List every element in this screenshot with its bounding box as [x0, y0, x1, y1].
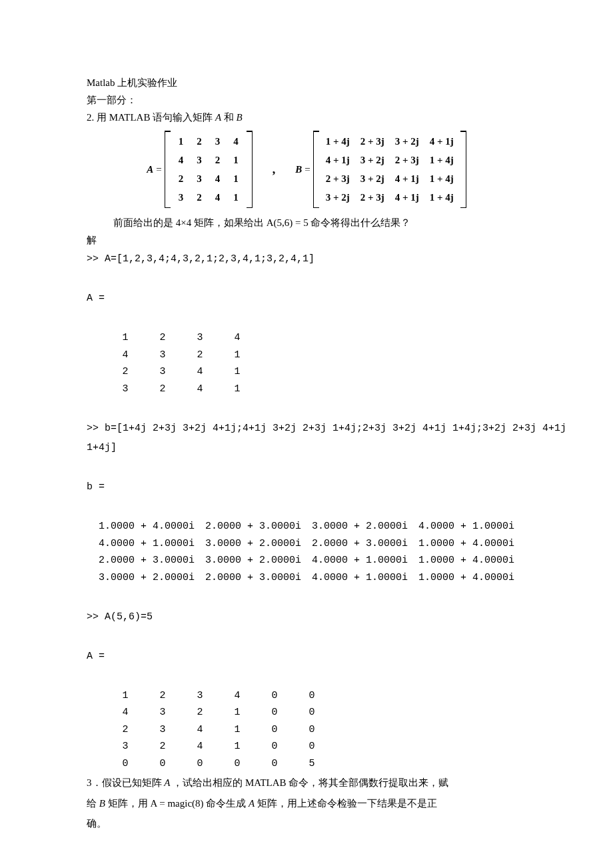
- output-cell: 2: [144, 329, 181, 347]
- output-cell: 1: [219, 704, 256, 721]
- question-2-intro: 2. 用 MATLAB 语句输入矩阵 A 和 B: [87, 109, 526, 125]
- output-cell: 0: [293, 687, 330, 705]
- matrix-A-label: A: [147, 161, 153, 177]
- output-cell: 1: [219, 381, 256, 398]
- output-cell: 2: [107, 721, 144, 739]
- blank-line: [87, 667, 526, 685]
- output-cell: 4: [181, 738, 219, 755]
- output-cell: 1: [219, 363, 256, 381]
- output-cell: 4: [181, 721, 219, 739]
- question-3-line1: 3．假设已知矩阵 A ，试给出相应的 MATLAB 命令，将其全部偶数行提取出来…: [87, 773, 526, 793]
- output-cell: 5: [293, 755, 330, 773]
- matrix-cell: 4 + 1j: [424, 132, 459, 151]
- var-A: A: [215, 112, 221, 123]
- question-2-note: 前面给出的是 4×4 矩阵，如果给出 A(5,6) = 5 命令将得出什么结果？: [87, 215, 526, 231]
- output-cell: 0: [107, 755, 144, 773]
- matrix-cell: 2 + 3j: [355, 188, 390, 207]
- matrix-separator: ,: [273, 160, 276, 179]
- blank-line: [87, 459, 526, 477]
- output-cell: 3: [107, 381, 144, 398]
- output-cell: 3: [181, 329, 219, 347]
- output-cell: 3.0000 + 2.0000i: [312, 518, 418, 535]
- output-cell: 1: [219, 721, 256, 739]
- matrix-B-block: B = 1 + 4j2 + 3j3 + 2j4 + 1j4 + 1j3 + 2j…: [295, 131, 466, 208]
- output-cell: 4.0000 + 1.0000i: [312, 552, 418, 569]
- output-cell: 0: [256, 704, 293, 721]
- output-cell: 3.0000 + 2.0000i: [99, 569, 205, 587]
- q2-text-mid: 和: [221, 112, 237, 123]
- output-cell: 2: [144, 687, 181, 705]
- matrix-cell: 1 + 4j: [424, 188, 459, 207]
- output-cell: 2.0000 + 3.0000i: [205, 569, 312, 587]
- blank-line: [87, 310, 526, 327]
- output-cell: 2.0000 + 3.0000i: [312, 535, 418, 553]
- question-3-line2: 给 B 矩阵，用 A = magic(8) 命令生成 A 矩阵，用上述命令检验一…: [87, 794, 526, 813]
- q3-mid1: ，试给出相应的 MATLAB 命令，将其全部偶数行提取出来，赋: [170, 777, 448, 788]
- matrix-cell: 1: [227, 151, 245, 169]
- matrix-cell: 3: [172, 188, 191, 207]
- blank-line: [87, 589, 526, 606]
- output-cell: 0: [256, 687, 293, 705]
- matrix-definitions: A = 1234432123413241 , B = 1 + 4j2 + 3j3…: [87, 131, 526, 208]
- q3-pre: 3．假设已知矩阵: [87, 777, 164, 788]
- output-cell: 0: [293, 704, 330, 721]
- matrix-A-block: A = 1234432123413241: [147, 131, 252, 208]
- var-B: B: [237, 112, 243, 123]
- cmd-input-b-line2: 1+4j]: [87, 439, 526, 457]
- matrix-cell: 4: [209, 169, 227, 188]
- output-A-matrix: 1234432123413241: [107, 329, 256, 397]
- output-b-matrix: 1.0000 + 4.0000i2.0000 + 3.0000i3.0000 +…: [99, 518, 525, 586]
- matrix-cell: 4: [227, 132, 245, 151]
- cmd-input-b-line1: >> b=[1+4j 2+3j 3+2j 4+1j;4+1j 3+2j 2+3j…: [87, 420, 526, 437]
- cmd-input-A56: >> A(5,6)=5: [87, 609, 526, 626]
- output-cell: 2: [144, 381, 181, 398]
- equals-sign: =: [156, 161, 161, 177]
- output-cell: 4: [219, 329, 256, 347]
- output-cell: 1: [107, 329, 144, 347]
- blank-line: [87, 499, 526, 516]
- output-cell: 3.0000 + 2.0000i: [205, 535, 312, 553]
- blank-line: [87, 400, 526, 417]
- output-cell: 3: [144, 347, 181, 364]
- output-b-label: b =: [87, 479, 526, 496]
- matrix-B-label: B: [295, 161, 302, 177]
- matrix-cell: 3: [190, 169, 209, 188]
- output-cell: 1: [219, 347, 256, 364]
- output-cell: 1.0000 + 4.0000i: [99, 518, 205, 535]
- output-A-label: A =: [87, 290, 526, 307]
- matrix-cell: 3 + 2j: [355, 169, 390, 188]
- output-cell: 0: [256, 721, 293, 739]
- matrix-cell: 3 + 2j: [320, 188, 355, 207]
- matrix-cell: 2: [190, 188, 209, 207]
- matrix-cell: 4 + 1j: [320, 151, 355, 169]
- matrix-cell: 4 + 1j: [390, 169, 424, 188]
- matrix-cell: 1 + 4j: [424, 169, 459, 188]
- output-cell: 0: [219, 755, 256, 773]
- output-cell: 1.0000 + 4.0000i: [418, 552, 525, 569]
- output-cell: 0: [181, 755, 219, 773]
- var-B: B: [99, 798, 105, 809]
- matrix-cell: 2 + 3j: [355, 132, 390, 151]
- matrix-cell: 3: [190, 151, 209, 169]
- output-cell: 4.0000 + 1.0000i: [312, 569, 418, 587]
- matrix-B-bracket: 1 + 4j2 + 3j3 + 2j4 + 1j4 + 1j3 + 2j2 + …: [313, 131, 466, 208]
- q3-l2-post: 矩阵，用上述命令检验一下结果是不是正: [255, 798, 437, 809]
- output-cell: 4: [107, 704, 144, 721]
- output-cell: 3: [181, 687, 219, 705]
- output-cell: 1: [107, 687, 144, 705]
- output-cell: 1.0000 + 4.0000i: [418, 535, 525, 553]
- matrix-cell: 1 + 4j: [320, 132, 355, 151]
- matrix-cell: 1: [227, 188, 245, 207]
- output-cell: 0: [256, 738, 293, 755]
- doc-title: Matlab 上机实验作业: [87, 75, 526, 91]
- matrix-cell: 2 + 3j: [320, 169, 355, 188]
- matrix-cell: 1: [172, 132, 191, 151]
- matrix-cell: 1 + 4j: [424, 151, 459, 169]
- matrix-cell: 4: [209, 188, 227, 207]
- matrix-cell: 2: [190, 132, 209, 151]
- output-cell: 1.0000 + 4.0000i: [418, 569, 525, 587]
- output-cell: 4: [219, 687, 256, 705]
- matrix-cell: 1: [227, 169, 245, 188]
- q2-text-pre: 2. 用 MATLAB 语句输入矩阵: [87, 112, 215, 123]
- blank-line: [87, 271, 526, 288]
